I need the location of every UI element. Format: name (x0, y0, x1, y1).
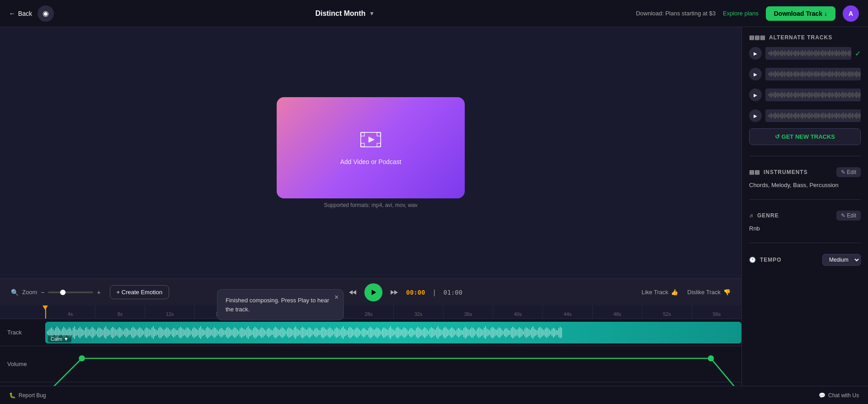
rewind-button[interactable] (348, 288, 357, 297)
calm-tag[interactable]: Calm ▼ (48, 335, 71, 343)
tempo-header: 🕐 TEMPO SlowMediumFast (749, 254, 861, 266)
explore-plans-link[interactable]: Explore plans (723, 10, 759, 17)
svg-point-8 (708, 355, 714, 362)
genre-edit-button[interactable]: ✎ Edit (836, 211, 861, 221)
alt-waveform-3[interactable] (765, 89, 861, 101)
instruments-edit-button[interactable]: ✎ Edit (836, 167, 861, 177)
dislike-track-button[interactable]: Dislike Track 👎 (687, 289, 731, 296)
alt-track-3: ▶ (749, 87, 861, 103)
volume-content (45, 346, 741, 382)
project-title-button[interactable]: Distinct Month ▼ (315, 9, 374, 18)
alt-play-btn-1[interactable]: ▶ (749, 47, 762, 60)
tempo-select[interactable]: SlowMediumFast (822, 254, 861, 266)
alt-waveform-2[interactable] (765, 68, 861, 80)
svg-marker-5 (368, 136, 375, 143)
ruler-mark: 32s (393, 305, 443, 319)
volume-curve (45, 346, 741, 386)
divider-3 (749, 243, 861, 243)
play-button[interactable] (364, 283, 382, 301)
instruments-edit-label: ✎ Edit (841, 169, 856, 175)
alt-play-btn-3[interactable]: ▶ (749, 89, 762, 101)
tooltip-message: Finished composing. Press Play to hear t… (226, 297, 329, 313)
back-arrow-icon: ← (9, 10, 15, 17)
like-track-button[interactable]: Like Track 👍 (642, 289, 678, 296)
svg-marker-6 (372, 290, 376, 295)
chat-label: Chat with Us (828, 392, 859, 399)
alternate-tracks-title: ▤▤▤ ALTERNATE TRACKS (749, 34, 832, 41)
divider-1 (749, 156, 861, 156)
genre-edit-label: ✎ Edit (841, 212, 856, 219)
divider-2 (749, 199, 861, 200)
right-sidebar: ▤▤▤ ALTERNATE TRACKS ▶ ✓ ▶ ▶ (741, 27, 868, 386)
video-formats-text: Supported formats: mp4, avi, mov, wav (324, 202, 417, 208)
chat-button[interactable]: 💬 Chat with Us (819, 392, 859, 399)
download-info-text: Download: Plans starting at $3 (636, 10, 716, 17)
waveform-track[interactable]: Calm ▼ (45, 322, 741, 343)
create-emotion-button[interactable]: + Create Emotion (110, 285, 170, 299)
timeline-ruler: 4s8s12s16s20s24s28s32s36s40s44s48s52s56s (0, 305, 741, 319)
fast-forward-button[interactable] (390, 288, 399, 297)
track-label: Track (0, 329, 45, 336)
genre-header: ♬ GENRE ✎ Edit (749, 211, 861, 221)
back-button[interactable]: ← Back (9, 10, 32, 17)
logo: ◉ (38, 5, 54, 22)
calm-chevron-icon: ▼ (64, 336, 69, 342)
alt-play-btn-2[interactable]: ▶ (749, 68, 762, 80)
track-content: Calm ▼ (45, 319, 741, 346)
instruments-icon: ▤▤ (749, 169, 760, 175)
ruler-mark: 28s (344, 305, 393, 319)
back-label: Back (18, 10, 32, 17)
ruler-mark: 44s (542, 305, 592, 319)
alternate-tracks-header: ▤▤▤ ALTERNATE TRACKS (749, 34, 861, 41)
genre-icon: ♬ (749, 212, 754, 219)
calm-label: Calm (51, 336, 62, 342)
zoom-minus-icon: − (41, 289, 44, 296)
alt-check-icon-1: ✓ (855, 49, 861, 58)
avatar-initial: A (849, 10, 853, 17)
add-video-label: Add Video or Podcast (340, 158, 401, 165)
dislike-label: Dislike Track (687, 289, 721, 296)
tooltip: × Finished composing. Press Play to hear… (217, 289, 344, 320)
avatar[interactable]: A (843, 5, 859, 22)
ruler-mark: 8s (95, 305, 145, 319)
zoom-icon: 🔍 (11, 289, 19, 296)
tooltip-close-button[interactable]: × (335, 293, 339, 301)
video-dropzone[interactable]: Add Video or Podcast (277, 97, 465, 198)
tracks-icon: ▤▤▤ (749, 34, 765, 41)
alt-waveform-4[interactable] (765, 109, 861, 122)
volume-row: Volume (0, 346, 741, 382)
download-track-button[interactable]: Download Track ↓ (766, 6, 835, 21)
chat-icon: 💬 (819, 392, 826, 399)
alt-play-btn-4[interactable]: ▶ (749, 109, 762, 122)
playhead-triangle (42, 305, 48, 310)
time-current: 00:00 (406, 289, 425, 296)
alt-track-4: ▶ (749, 108, 861, 124)
project-title-text: Distinct Month (315, 9, 365, 18)
ruler-mark: 56s (692, 305, 741, 319)
instruments-section: ▤▤ INSTRUMENTS ✎ Edit Chords, Melody, Ba… (749, 167, 861, 188)
ruler-mark: 52s (642, 305, 692, 319)
thumbs-down-icon: 👎 (723, 289, 731, 296)
volume-label: Volume (0, 361, 45, 367)
get-new-tracks-button[interactable]: ↺ GET NEW TRACKS (749, 128, 861, 145)
zoom-slider[interactable] (48, 291, 93, 293)
zoom-label: Zoom (22, 289, 37, 296)
topbar-left: ← Back ◉ (9, 5, 54, 22)
topbar-center: Distinct Month ▼ (61, 9, 629, 18)
instruments-value: Chords, Melody, Bass, Percussion (749, 182, 861, 188)
alt-waveform-1[interactable] (765, 47, 851, 60)
playhead[interactable] (45, 305, 46, 319)
ruler-mark: 36s (443, 305, 493, 319)
instruments-header: ▤▤ INSTRUMENTS ✎ Edit (749, 167, 861, 177)
report-bug-label: Report Bug (19, 392, 46, 399)
zoom-control: 🔍 Zoom − + (11, 289, 101, 296)
logo-icon: ◉ (42, 9, 49, 18)
report-bug-button[interactable]: 🐛 Report Bug (9, 392, 46, 399)
genre-value: Rnb (749, 225, 861, 232)
topbar: ← Back ◉ Distinct Month ▼ Download: Plan… (0, 0, 868, 27)
video-film-icon (360, 131, 382, 153)
alt-track-1: ▶ ✓ (749, 45, 861, 61)
tempo-section: 🕐 TEMPO SlowMediumFast (749, 254, 861, 266)
alt-track-2: ▶ (749, 66, 861, 82)
ruler-mark: 40s (493, 305, 542, 319)
